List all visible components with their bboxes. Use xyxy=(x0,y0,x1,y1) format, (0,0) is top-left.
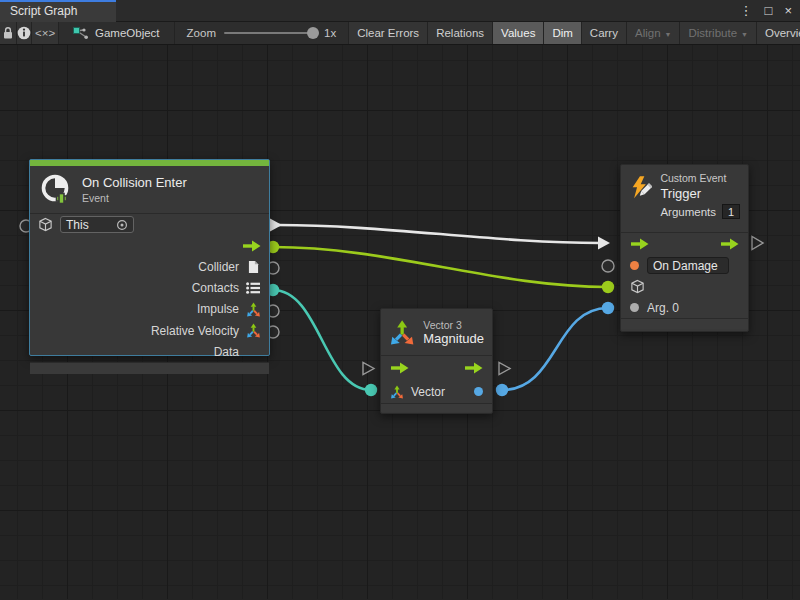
node-footer xyxy=(381,403,492,412)
carry-button[interactable]: Carry xyxy=(581,22,626,44)
flow-output-row xyxy=(30,235,269,256)
zoom-slider[interactable] xyxy=(224,32,316,34)
distribute-label: Distribute xyxy=(688,27,737,39)
node-subtitle: Event xyxy=(82,192,187,204)
gameobject-cube-icon xyxy=(38,217,53,232)
float-output-dot xyxy=(474,387,483,396)
port-label: Relative Velocity xyxy=(151,324,239,338)
this-field-value: This xyxy=(66,218,89,232)
align-label: Align xyxy=(635,27,661,39)
graph-canvas[interactable]: On Collision Enter Event This xyxy=(0,45,800,599)
lock-button[interactable] xyxy=(0,22,17,44)
clear-errors-button[interactable]: Clear Errors xyxy=(348,22,427,44)
port-label: Collider xyxy=(198,260,239,274)
this-object-field[interactable]: This xyxy=(60,216,134,233)
arguments-label: Arguments xyxy=(660,206,716,218)
vector-input-row: Vector xyxy=(381,380,492,403)
port-label: Arg. 0 xyxy=(647,301,679,315)
overview-button[interactable]: Overview xyxy=(756,22,800,44)
node-body: This Collider Contacts xyxy=(30,214,269,362)
dim-toggle[interactable]: Dim xyxy=(543,22,580,44)
node-header: On Collision Enter Event xyxy=(30,166,269,214)
arguments-count-field[interactable]: 1 xyxy=(722,204,740,219)
node-title: Magnitude xyxy=(423,331,484,346)
port-trigger-arg0-in[interactable] xyxy=(602,302,614,314)
code-brackets-icon: <×> xyxy=(35,27,55,39)
info-icon xyxy=(17,26,31,40)
event-name-row: On Damage xyxy=(621,255,748,276)
relations-button[interactable]: Relations xyxy=(427,22,492,44)
target-row xyxy=(621,276,748,297)
collision-event-icon xyxy=(39,173,73,207)
wire-flow-white[interactable] xyxy=(278,225,600,243)
contacts-output-row: Contacts xyxy=(30,278,269,299)
tab-script-graph[interactable]: Script Graph xyxy=(0,0,116,22)
collider-output-row: Collider xyxy=(30,256,269,277)
gameobject-cube-icon xyxy=(630,279,645,294)
zoom-slider-knob[interactable] xyxy=(307,27,319,39)
wire-collider-green[interactable] xyxy=(273,247,608,287)
wire-impulse-teal[interactable] xyxy=(273,290,371,390)
node-footer xyxy=(621,318,748,329)
port-label: Impulse xyxy=(197,302,239,316)
port-collision-flow-out[interactable] xyxy=(270,219,282,232)
port-label: Contacts xyxy=(192,281,239,295)
values-toggle[interactable]: Values xyxy=(492,22,543,44)
port-trigger-name-in[interactable] xyxy=(602,260,614,272)
node-header: Vector 3 Magnitude xyxy=(381,309,492,356)
window-menu-icon[interactable]: ⋮ xyxy=(740,0,753,22)
port-vector-in[interactable] xyxy=(365,384,377,396)
flow-row xyxy=(381,356,492,380)
lock-icon xyxy=(2,26,14,40)
impulse-output-row: Impulse xyxy=(30,299,269,320)
node-title: On Collision Enter xyxy=(82,175,187,190)
zoom-value: 1x xyxy=(324,27,336,39)
custom-event-icon xyxy=(629,172,652,204)
title-bar: Script Graph ⋮ □ × xyxy=(0,0,800,22)
node-vector3-magnitude[interactable]: Vector 3 Magnitude Vector xyxy=(380,308,493,414)
flow-arrow-icon xyxy=(720,238,739,250)
argument0-row: Arg. 0 xyxy=(621,297,748,318)
target-input-row: This xyxy=(30,214,269,235)
port-label: Data xyxy=(214,345,239,359)
flow-arrow-icon xyxy=(464,362,483,374)
close-icon[interactable]: × xyxy=(784,0,792,22)
distribute-dropdown[interactable]: Distribute ▼ xyxy=(679,22,756,44)
vector3-icon xyxy=(390,385,404,399)
flow-arrow-icon xyxy=(630,238,649,250)
flow-row xyxy=(621,233,748,255)
data-output-row: Data xyxy=(30,341,269,362)
port-vector-flow-out[interactable] xyxy=(499,363,510,375)
flow-arrow-icon xyxy=(242,240,261,252)
zoom-label: Zoom xyxy=(187,27,216,39)
port-label: Vector xyxy=(411,385,445,399)
port-magnitude-out[interactable] xyxy=(496,384,508,396)
vector3-icon xyxy=(389,319,415,346)
node-trigger-custom-event[interactable]: Custom Event Trigger Arguments 1 On Dama… xyxy=(620,164,749,332)
vector3-icon xyxy=(246,302,261,317)
port-vector-flow-in[interactable] xyxy=(363,363,374,375)
port-trigger-flow-out[interactable] xyxy=(752,237,763,250)
wire-magnitude-blue[interactable] xyxy=(502,308,608,390)
port-trigger-target-in[interactable] xyxy=(602,281,614,293)
object-picker-icon[interactable] xyxy=(116,219,128,231)
node-on-collision-enter[interactable]: On Collision Enter Event This xyxy=(29,159,270,356)
zoom-control: Zoom 1x xyxy=(175,22,349,44)
string-port-dot xyxy=(630,261,639,270)
flow-arrow-icon xyxy=(390,362,409,374)
node-category: Custom Event xyxy=(660,172,740,184)
event-name-value: On Damage xyxy=(653,259,718,273)
script-graph-icon xyxy=(73,27,89,40)
node-footer xyxy=(30,362,269,374)
gameobject-label: GameObject xyxy=(95,27,160,39)
port-trigger-flow-in[interactable] xyxy=(598,237,610,250)
event-name-field[interactable]: On Damage xyxy=(647,257,729,274)
code-brackets-button[interactable]: <×> xyxy=(32,22,59,44)
maximize-icon[interactable]: □ xyxy=(765,0,773,22)
chevron-down-icon: ▼ xyxy=(741,31,748,38)
contacts-list-icon xyxy=(246,282,260,294)
node-category: Vector 3 xyxy=(423,319,484,331)
align-dropdown[interactable]: Align ▼ xyxy=(626,22,680,44)
info-button[interactable] xyxy=(17,22,32,44)
gameobject-reference-button[interactable]: GameObject xyxy=(59,22,175,44)
